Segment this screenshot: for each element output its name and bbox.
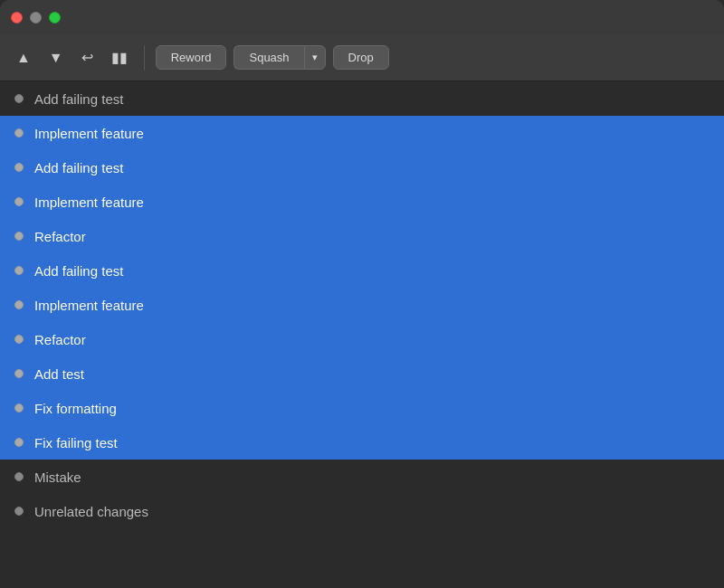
commit-dot: [14, 300, 24, 309]
close-button[interactable]: [11, 12, 23, 24]
list-item[interactable]: Add failing test: [0, 253, 724, 288]
commit-message: Implement feature: [34, 194, 144, 210]
reword-button[interactable]: Reword: [156, 45, 227, 70]
list-item[interactable]: Mistake: [0, 460, 724, 494]
commit-dot: [14, 403, 24, 413]
commit-message: Add failing test: [34, 263, 123, 279]
commit-dot: [14, 232, 24, 241]
commit-dot: [14, 163, 24, 172]
list-item[interactable]: Add failing test: [0, 150, 724, 185]
commit-message: Refactor: [34, 229, 86, 244]
minimize-button[interactable]: [30, 12, 42, 24]
list-item[interactable]: Add test: [0, 356, 724, 391]
commit-message: Unrelated changes: [34, 504, 148, 519]
commit-message: Add failing test: [34, 91, 123, 107]
squash-dropdown-button[interactable]: ▾: [304, 45, 326, 70]
toolbar: ▲ ▼ ↩ ▮▮ Reword Squash ▾ Drop: [0, 34, 724, 81]
commit-dot: [14, 128, 24, 138]
maximize-button[interactable]: [49, 12, 61, 24]
commit-dot: [14, 369, 24, 378]
title-bar: [0, 0, 724, 34]
commit-list[interactable]: Add failing testImplement featureAdd fai…: [0, 81, 724, 588]
pause-button[interactable]: ▮▮: [106, 45, 133, 70]
drop-button[interactable]: Drop: [333, 45, 389, 70]
main-window: ▲ ▼ ↩ ▮▮ Reword Squash ▾ Drop Add failin…: [0, 0, 724, 588]
list-item[interactable]: Implement feature: [0, 288, 724, 322]
squash-group: Squash ▾: [233, 45, 325, 70]
commit-dot: [14, 94, 24, 103]
list-item[interactable]: Refactor: [0, 322, 724, 356]
commit-dot: [14, 472, 24, 481]
commit-dot: [14, 507, 24, 516]
list-item[interactable]: Fix formatting: [0, 391, 724, 425]
list-item[interactable]: Fix failing test: [0, 425, 724, 460]
commit-message: Fix failing test: [34, 435, 118, 450]
traffic-lights: [11, 12, 61, 24]
list-item[interactable]: Implement feature: [0, 185, 724, 219]
commit-dot: [14, 197, 24, 206]
undo-button[interactable]: ↩: [76, 45, 99, 70]
commit-message: Implement feature: [34, 126, 144, 141]
commit-message: Refactor: [34, 332, 86, 347]
commit-message: Mistake: [34, 469, 81, 485]
commit-dot: [14, 266, 24, 275]
commit-message: Fix formatting: [34, 401, 117, 416]
commit-dot: [14, 335, 24, 344]
list-item[interactable]: Refactor: [0, 219, 724, 253]
squash-button[interactable]: Squash: [233, 45, 303, 70]
commit-message: Add test: [34, 366, 84, 382]
list-item[interactable]: Unrelated changes: [0, 494, 724, 528]
move-down-button[interactable]: ▼: [43, 46, 69, 70]
commit-dot: [14, 438, 24, 447]
list-item[interactable]: Implement feature: [0, 116, 724, 150]
list-item[interactable]: Add failing test: [0, 81, 724, 116]
move-up-button[interactable]: ▲: [11, 46, 36, 70]
commit-message: Implement feature: [34, 298, 144, 313]
commit-message: Add failing test: [34, 160, 123, 175]
toolbar-divider: [144, 45, 145, 71]
